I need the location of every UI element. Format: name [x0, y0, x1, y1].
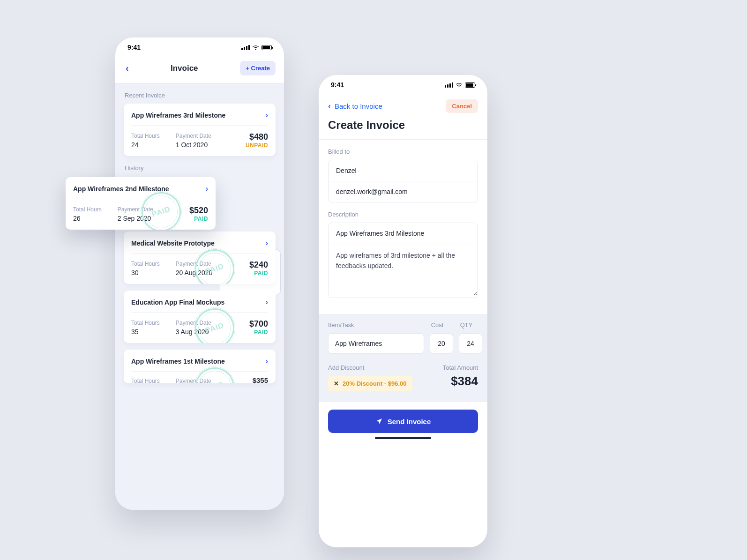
billed-email-input[interactable]	[329, 181, 478, 202]
cancel-button[interactable]: Cancel	[446, 99, 478, 113]
status-badge: PAID	[249, 270, 268, 276]
invoice-card[interactable]: Medical Website Prototype › Total Hours3…	[124, 231, 276, 284]
cellular-icon	[445, 82, 453, 88]
invoice-amount: $480	[246, 132, 268, 142]
status-bar: 9:41	[115, 37, 284, 54]
item-column-label: Item/Task	[328, 321, 420, 329]
chevron-left-icon: ‹	[328, 101, 331, 111]
billed-name-input[interactable]	[329, 160, 478, 181]
item-cost-input[interactable]	[430, 333, 453, 354]
section-history-label: History	[125, 164, 275, 172]
description-title-input[interactable]	[329, 223, 478, 244]
invoice-card-swiped[interactable]: App Wireframes 2nd Milestone › Total Hou…	[66, 177, 216, 230]
qty-column-label: QTY	[455, 321, 478, 329]
invoice-card-recent[interactable]: App Wireframes 3rd Milestone › Total Hou…	[124, 104, 276, 156]
cellular-icon	[241, 45, 250, 50]
chevron-right-icon: ›	[266, 357, 268, 366]
add-discount-label: Add Discount	[328, 364, 412, 371]
back-to-invoice-link[interactable]: ‹ Back to Invoice	[328, 101, 382, 111]
plus-icon: +	[246, 65, 249, 72]
page-title: Invoice	[171, 64, 198, 73]
chevron-right-icon: ›	[266, 298, 268, 306]
invoice-title: App Wireframes 3rd Milestone	[131, 112, 225, 119]
total-amount-label: Total Amount	[443, 364, 478, 371]
cost-column-label: Cost	[426, 321, 449, 329]
invoice-card[interactable]: Education App Final Mockups › Total Hour…	[124, 291, 276, 343]
create-invoice-button[interactable]: + Create	[240, 61, 276, 75]
discount-chip[interactable]: ✕ 20% Discount - $96.00	[328, 376, 412, 391]
chevron-right-icon: ›	[266, 111, 268, 119]
back-button[interactable]: ‹	[126, 63, 129, 74]
status-time: 9:41	[331, 81, 344, 89]
invoice-card[interactable]: App Wireframes 1st Milestone › Total Hou…	[124, 350, 276, 383]
battery-icon	[261, 45, 272, 50]
battery-icon	[465, 82, 475, 88]
send-invoice-button[interactable]: Send Invoice	[328, 410, 478, 433]
status-badge: PAID	[189, 216, 208, 222]
billed-to-label: Billed to	[328, 148, 478, 155]
page-title: Create Invoice	[319, 117, 487, 140]
home-indicator	[375, 437, 431, 439]
item-name-input[interactable]	[328, 333, 424, 354]
status-badge: PAID	[249, 329, 268, 336]
wifi-icon	[252, 45, 259, 50]
total-amount-value: $384	[443, 374, 478, 388]
item-qty-input[interactable]	[459, 333, 482, 354]
description-body-input[interactable]	[329, 244, 478, 296]
send-icon	[375, 418, 383, 425]
status-bar: 9:41	[319, 75, 487, 92]
description-label: Description	[328, 211, 478, 218]
section-recent-label: Recent Invoice	[125, 92, 275, 99]
chevron-right-icon: ›	[266, 239, 268, 247]
remove-discount-icon[interactable]: ✕	[334, 380, 339, 387]
status-time: 9:41	[127, 44, 141, 51]
wifi-icon	[456, 82, 463, 88]
chevron-right-icon: ›	[206, 185, 208, 193]
status-badge: UNPAID	[246, 142, 268, 149]
